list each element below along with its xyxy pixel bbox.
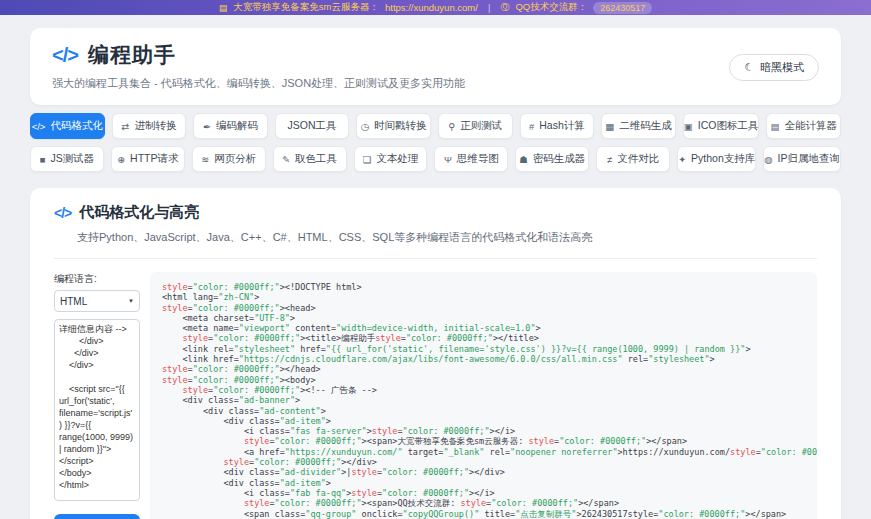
tab-label: JSON工具 (288, 119, 337, 133)
tab-label: Python支持库 (691, 152, 755, 166)
dark-mode-label: 暗黑模式 (760, 60, 804, 75)
tab-hash-calc[interactable]: #Hash计算 (520, 113, 595, 139)
tab-label: 二维码生成 (619, 119, 672, 133)
tab-ico-tools[interactable]: ▣ICO图标工具 (683, 113, 760, 139)
code-line: <div class="ad-item"> (162, 416, 805, 426)
code-output-panel[interactable]: style="color: #0000ff;"><!DOCTYPE html><… (150, 272, 817, 519)
server-icon: ▤ (219, 3, 228, 13)
section-code-icon: </> (54, 205, 71, 221)
tab-row-1: </>代码格式化⇄进制转换✒编码解码JSON工具◷时间戳转换⚲正则测试#Hash… (30, 113, 841, 139)
tab-label: 全能计算器 (784, 119, 837, 133)
section-title: 代码格式化与高亮 (79, 203, 199, 222)
globe-icon: ⊕ (117, 154, 125, 165)
tab-mind-map[interactable]: Ψ思维导图 (434, 146, 508, 172)
code-input[interactable]: 详细信息内容 --> </div> </div> </div> <script … (54, 319, 140, 501)
tab-calculator[interactable]: ▤全能计算器 (766, 113, 841, 139)
tab-label: Hash计算 (539, 119, 585, 133)
language-select[interactable]: HTML ▼ (54, 290, 140, 312)
code-line: style="color: #0000ff;"><!-- 广告条 --> (162, 385, 805, 395)
pen-icon: ✒ (203, 121, 211, 132)
qrcode-icon: ▦ (605, 121, 614, 132)
code-icon: </> (32, 121, 46, 132)
tab-label: 代码格式化 (50, 119, 103, 133)
tab-label: 编码解码 (216, 119, 258, 133)
tab-file-diff[interactable]: ≠文件对比 (596, 146, 670, 172)
promo-text: 大宽带独享免备案免sm云服务器： (233, 1, 379, 14)
not-equal-icon: ≠ (607, 154, 612, 165)
tab-ip-lookup[interactable]: ◍IP归属地查询 (763, 146, 841, 172)
js-icon: ■ (40, 154, 46, 165)
eyedropper-icon: ✎ (282, 154, 290, 165)
code-line: <i class="fas fa-server">style="color: #… (162, 426, 805, 436)
tab-timestamp-convert[interactable]: ◷时间戳转换 (356, 113, 431, 139)
code-line: <div class="ad-divider">|style="color: #… (162, 467, 805, 477)
code-line: style="color: #0000ff;"></head> (162, 364, 805, 374)
tab-label: 时间戳转换 (374, 119, 427, 133)
code-line: <div class="ad-banner"> (162, 395, 805, 405)
tab-label: 进制转换 (134, 119, 176, 133)
code-line: <div class="ad-item"> (162, 478, 805, 488)
code-format-card: </> 代码格式化与高亮 支持Python、JavaScript、Java、C+… (30, 188, 841, 519)
code-line: style="color: #0000ff;"><head> (162, 303, 805, 313)
clock-icon: ◷ (361, 121, 369, 132)
calculator-icon: ▤ (770, 121, 779, 132)
tab-base-convert[interactable]: ⇄进制转换 (112, 113, 187, 139)
code-line: <meta charset="UTF-8"> (162, 313, 805, 323)
qq-group-label: QQ技术交流群： (515, 1, 587, 14)
language-label: 编程语言: (54, 272, 140, 286)
code-line: style="color: #0000ff;"><body> (162, 375, 805, 385)
code-line: <meta name="viewport" content="width=dev… (162, 323, 805, 333)
dark-mode-toggle[interactable]: ☾ 暗黑模式 (729, 54, 819, 81)
banner-divider: | (488, 2, 490, 13)
tab-label: IP归属地查询 (778, 152, 840, 166)
tab-code-format[interactable]: </>代码格式化 (30, 113, 105, 139)
tab-label: JS测试器 (50, 152, 94, 166)
promo-banner: ▤ 大宽带独享免备案免sm云服务器： https://xunduyun.com/… (0, 0, 871, 15)
code-line: <i class="fab fa-qq">style="color: #0000… (162, 488, 805, 498)
code-line: <div class="ad-content"> (162, 406, 805, 416)
chevron-down-icon: ▼ (128, 298, 134, 304)
code-line: style="color: #0000ff;"><span>大宽带独享免备案免s… (162, 436, 805, 446)
tab-regex-test[interactable]: ⚲正则测试 (438, 113, 513, 139)
tab-password-gen[interactable]: ☗密码生成器 (515, 146, 589, 172)
tab-json-tools[interactable]: JSON工具 (275, 113, 350, 139)
language-select-value: HTML (60, 296, 87, 307)
tab-js-tester[interactable]: ■JS测试器 (30, 146, 104, 172)
sitemap-icon: Ψ (444, 154, 452, 165)
qq-group-number-badge[interactable]: 262430517 (593, 2, 652, 14)
section-subtitle: 支持Python、JavaScript、Java、C++、C#、HTML、CSS… (77, 230, 817, 245)
code-line: <a href="https://xunduyun.com/" target="… (162, 447, 805, 457)
tab-label: 文件对比 (617, 152, 659, 166)
tab-label: 文本处理 (376, 152, 418, 166)
tab-python-lib[interactable]: ✦Python支持库 (677, 146, 756, 172)
page-title: 编程助手 (88, 41, 176, 69)
tab-label: HTTP请求 (130, 152, 178, 166)
image-icon: ▣ (684, 121, 693, 132)
tab-label: 思维导图 (457, 152, 499, 166)
code-brackets-icon: </> (52, 44, 78, 67)
tab-label: 密码生成器 (533, 152, 586, 166)
tab-qrcode-gen[interactable]: ▦二维码生成 (601, 113, 676, 139)
tab-encode-decode[interactable]: ✒编码解码 (193, 113, 268, 139)
promo-link[interactable]: https://xunduyun.com/ (385, 2, 478, 13)
code-line: <span class="qq-group" onclick="copyQQGr… (162, 509, 805, 519)
editor-sidebar: 编程语言: HTML ▼ 详细信息内容 --> </div> </div> </… (54, 272, 140, 519)
tab-text-process[interactable]: ❏文本处理 (354, 146, 428, 172)
highlighted-code: style="color: #0000ff;"><!DOCTYPE html><… (162, 282, 805, 519)
tab-label: 取色工具 (295, 152, 337, 166)
format-code-button[interactable]: ✎ 格式化代码 (54, 514, 140, 519)
code-line: <link rel="stylesheet" href="{{ url_for(… (162, 344, 805, 354)
tab-http-request[interactable]: ⊕HTTP请求 (111, 146, 185, 172)
code-line: style="color: #0000ff;"><title>编程助手style… (162, 333, 805, 343)
qq-icon: Ⓠ (500, 1, 509, 14)
moon-icon: ☾ (744, 61, 754, 74)
app-header-card: </> 编程助手 强大的编程工具集合 - 代码格式化、编码转换、JSON处理、正… (30, 28, 841, 105)
tab-color-picker[interactable]: ✎取色工具 (273, 146, 347, 172)
tab-row-2: ■JS测试器⊕HTTP请求≋网页分析✎取色工具❏文本处理Ψ思维导图☗密码生成器≠… (30, 146, 841, 172)
python-icon: ✦ (678, 154, 686, 165)
code-line: style="color: #0000ff;"><!DOCTYPE html> (162, 282, 805, 292)
code-line: style="color: #0000ff;"><span>QQ技术交流群: s… (162, 498, 805, 508)
tab-label: ICO图标工具 (698, 119, 759, 133)
tab-web-analyze[interactable]: ≋网页分析 (192, 146, 266, 172)
code-line: <link href="https://cdnjs.cloudflare.com… (162, 354, 805, 364)
